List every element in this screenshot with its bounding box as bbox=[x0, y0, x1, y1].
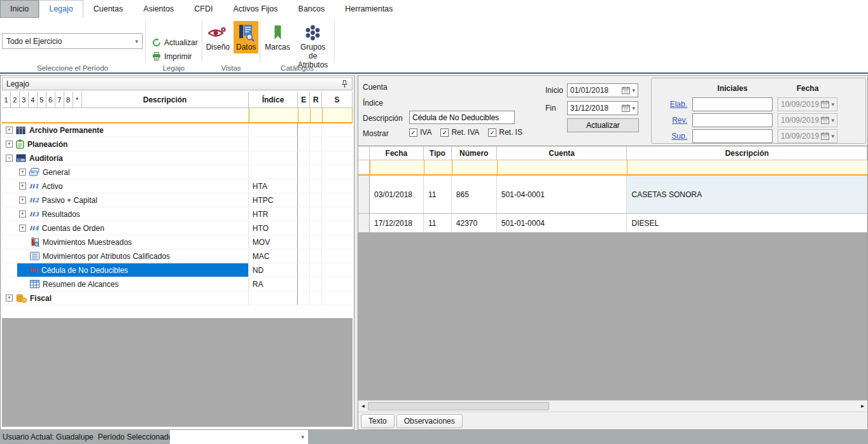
tree-item-auditoria[interactable]: −Auditoría bbox=[2, 151, 353, 165]
tab-observaciones[interactable]: Observaciones bbox=[396, 414, 463, 428]
tree-item-archivo-permanente[interactable]: +Archivo Permanente bbox=[2, 123, 353, 137]
tree-item-cedula-de-no-deducibles[interactable]: NDCédula de No DeduciblesND bbox=[2, 263, 353, 277]
row-selector[interactable] bbox=[358, 214, 370, 232]
filter-fecha[interactable] bbox=[370, 160, 424, 174]
expand-icon[interactable]: + bbox=[6, 141, 13, 148]
h-icon: H3 bbox=[29, 211, 39, 218]
elab-initials-input[interactable] bbox=[692, 97, 773, 111]
tree-col-8[interactable]: 8 bbox=[64, 92, 73, 108]
rev-link[interactable]: Rev. bbox=[672, 116, 687, 125]
tree-item-cuentas-de-orden[interactable]: +H4Cuentas de OrdenHTO bbox=[2, 221, 353, 235]
table-row[interactable]: 17/12/20181142370501-01-0004DIESEL bbox=[358, 214, 867, 233]
inicio-date-picker[interactable]: 01/01/2018 ▾ bbox=[567, 83, 638, 97]
tree-filter-e[interactable] bbox=[298, 108, 310, 122]
sup-initials-input[interactable] bbox=[692, 129, 773, 143]
tree-filter-r[interactable] bbox=[310, 108, 322, 122]
tree-item-s bbox=[322, 263, 353, 277]
tree-col-star[interactable]: * bbox=[73, 92, 82, 108]
col-cuenta[interactable]: Cuenta bbox=[497, 146, 627, 160]
tree-col-r[interactable]: R bbox=[310, 92, 322, 108]
period-combobox[interactable]: ▾ bbox=[170, 430, 308, 444]
ret-iva-checkbox[interactable]: ✓ bbox=[440, 128, 449, 137]
tree-item-pasivo-capital[interactable]: +H2Pasivo + CapitalHTPC bbox=[2, 193, 353, 207]
tree-filter-indice[interactable] bbox=[249, 108, 298, 122]
tree-item-indice: MOV bbox=[249, 235, 298, 249]
rev-date-picker: 10/09/2019▾ bbox=[778, 113, 837, 127]
tab-asientos[interactable]: Asientos bbox=[133, 0, 184, 18]
sup-link[interactable]: Sup. bbox=[671, 132, 687, 141]
tree-col-1[interactable]: 1 bbox=[2, 92, 11, 108]
tree-item-s bbox=[322, 221, 353, 235]
tree-item-movimientos-por-atributos-calificados[interactable]: Movimientos por Atributos CalificadosMAC bbox=[2, 249, 353, 263]
ret-is-checkbox[interactable]: ✓ bbox=[488, 128, 496, 137]
grupos-atributos-button[interactable]: Grupos de Atributos bbox=[294, 21, 332, 71]
tree-item-resumen-de-alcances[interactable]: Resumen de AlcancesRA bbox=[2, 277, 353, 291]
tree-col-4[interactable]: 4 bbox=[29, 92, 38, 108]
collapse-icon[interactable]: − bbox=[6, 155, 13, 162]
expand-icon[interactable]: + bbox=[19, 197, 26, 204]
fin-date-picker[interactable]: 31/12/2018 ▾ bbox=[567, 101, 638, 115]
tree-item-resultados[interactable]: +H3ResultadosHTR bbox=[2, 207, 353, 221]
filter-cuenta[interactable] bbox=[497, 160, 627, 174]
tree-col-descripcion[interactable]: Descripción bbox=[82, 92, 249, 108]
actualizar-button[interactable]: Actualizar bbox=[150, 37, 200, 48]
tab-bancos[interactable]: Bancos bbox=[288, 0, 335, 18]
elab-link[interactable]: Elab. bbox=[670, 100, 687, 109]
expand-icon[interactable]: + bbox=[6, 295, 13, 302]
tree-col-s[interactable]: S bbox=[322, 92, 353, 108]
col-tipo[interactable]: Tipo bbox=[424, 146, 452, 160]
tree-item-movimientos-muestreados[interactable]: Movimientos MuestreadosMOV bbox=[2, 235, 353, 249]
imprimir-button[interactable]: Imprimir bbox=[150, 51, 194, 62]
row-selector[interactable] bbox=[358, 176, 370, 213]
rev-initials-input[interactable] bbox=[692, 113, 773, 127]
nd-icon: ND bbox=[30, 267, 38, 274]
datos-button[interactable]: Datos bbox=[234, 21, 258, 53]
tab-legajo[interactable]: Legajo bbox=[39, 0, 83, 18]
tree-col-7[interactable]: 7 bbox=[55, 92, 64, 108]
tab-herramientas[interactable]: Herramientas bbox=[335, 0, 403, 18]
tree-item-planeacion[interactable]: +Planeación bbox=[2, 137, 353, 151]
tree-col-6[interactable]: 6 bbox=[46, 92, 55, 108]
filter-tipo[interactable] bbox=[424, 160, 452, 174]
expand-icon[interactable]: + bbox=[19, 225, 26, 232]
expand-icon[interactable]: + bbox=[19, 211, 26, 218]
chevron-down-icon: ▾ bbox=[632, 87, 635, 94]
tree-col-indice[interactable]: Índice bbox=[249, 92, 298, 108]
filter-numero[interactable] bbox=[452, 160, 497, 174]
tab-cfdi[interactable]: CFDI bbox=[184, 0, 223, 18]
marcas-button[interactable]: Marcas bbox=[262, 21, 292, 53]
iva-checkbox[interactable]: ✓ bbox=[409, 128, 417, 137]
col-fecha[interactable]: Fecha bbox=[370, 146, 424, 160]
tree-item-fiscal[interactable]: +Fiscal bbox=[2, 291, 353, 305]
tree-item-activo[interactable]: +H1ActivoHTA bbox=[2, 179, 353, 193]
tab-inicio[interactable]: Inicio bbox=[0, 0, 39, 18]
tree-col-5[interactable]: 5 bbox=[38, 92, 46, 108]
filter-descripcion[interactable] bbox=[627, 160, 867, 174]
scroll-right-arrow[interactable]: ► bbox=[858, 403, 867, 409]
scroll-left-arrow[interactable]: ◄ bbox=[358, 403, 368, 409]
expand-icon[interactable]: + bbox=[6, 127, 13, 134]
tree-filter-s[interactable] bbox=[322, 108, 353, 122]
tree-item-r bbox=[310, 277, 322, 291]
expand-icon[interactable]: + bbox=[19, 169, 26, 176]
tab-activos-fijos[interactable]: Activos Fijos bbox=[223, 0, 288, 18]
tree-filter-descripcion[interactable] bbox=[2, 108, 249, 122]
legajo-panel-title-label: Legajo bbox=[6, 80, 29, 88]
tree-item-general[interactable]: +General bbox=[2, 165, 353, 179]
col-descripcion[interactable]: Descripción bbox=[627, 146, 867, 160]
table-row[interactable]: 03/01/201811865501-04-0001CASETAS SONORA bbox=[358, 176, 867, 214]
actualizar-form-button[interactable]: Actualizar bbox=[567, 118, 639, 132]
tree-item-desc-cell: +H3Resultados bbox=[2, 207, 249, 221]
diseno-button[interactable]: Diseño bbox=[204, 21, 232, 53]
tree-col-2[interactable]: 2 bbox=[11, 92, 20, 108]
period-select[interactable]: Todo el Ejercicio ▾ bbox=[2, 33, 143, 49]
tree-col-e[interactable]: E bbox=[298, 92, 310, 108]
scrollbar-thumb[interactable] bbox=[368, 402, 549, 410]
col-numero[interactable]: Número bbox=[452, 146, 497, 160]
tab-texto[interactable]: Texto bbox=[361, 414, 395, 428]
tab-cuentas[interactable]: Cuentas bbox=[83, 0, 134, 18]
tree-col-3[interactable]: 3 bbox=[20, 92, 29, 108]
pin-icon[interactable] bbox=[341, 80, 348, 88]
expand-icon[interactable]: + bbox=[19, 183, 26, 190]
descripcion-input[interactable] bbox=[409, 111, 515, 124]
